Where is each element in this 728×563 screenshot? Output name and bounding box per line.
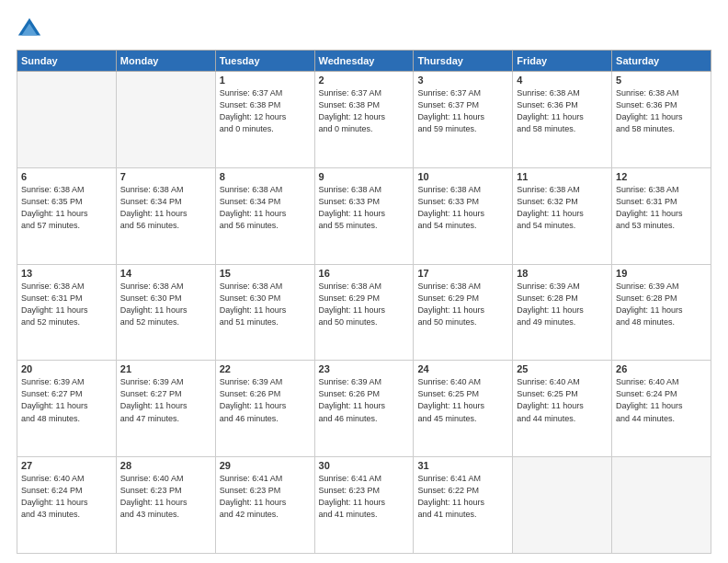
logo bbox=[17, 17, 46, 42]
calendar-cell: 17Sunrise: 6:38 AM Sunset: 6:29 PM Dayli… bbox=[414, 264, 513, 361]
calendar-cell: 29Sunrise: 6:41 AM Sunset: 6:23 PM Dayli… bbox=[215, 457, 314, 554]
calendar-cell bbox=[17, 72, 117, 168]
day-info: Sunrise: 6:38 AM Sunset: 6:31 PM Dayligh… bbox=[616, 184, 707, 232]
day-number: 11 bbox=[517, 171, 608, 182]
day-info: Sunrise: 6:37 AM Sunset: 6:37 PM Dayligh… bbox=[417, 87, 508, 135]
calendar-cell: 9Sunrise: 6:38 AM Sunset: 6:33 PM Daylig… bbox=[314, 167, 414, 264]
day-number: 31 bbox=[417, 460, 508, 471]
week-row-3: 13Sunrise: 6:38 AM Sunset: 6:31 PM Dayli… bbox=[17, 264, 711, 361]
day-info: Sunrise: 6:38 AM Sunset: 6:30 PM Dayligh… bbox=[120, 281, 211, 328]
day-number: 6 bbox=[21, 171, 112, 182]
day-info: Sunrise: 6:40 AM Sunset: 6:24 PM Dayligh… bbox=[616, 376, 707, 424]
day-number: 19 bbox=[616, 268, 707, 279]
day-number: 15 bbox=[220, 268, 311, 279]
day-info: Sunrise: 6:40 AM Sunset: 6:25 PM Dayligh… bbox=[517, 376, 608, 424]
day-number: 25 bbox=[517, 363, 608, 374]
calendar-cell: 24Sunrise: 6:40 AM Sunset: 6:25 PM Dayli… bbox=[414, 361, 513, 457]
calendar-cell: 14Sunrise: 6:38 AM Sunset: 6:30 PM Dayli… bbox=[116, 264, 215, 361]
calendar-cell: 16Sunrise: 6:38 AM Sunset: 6:29 PM Dayli… bbox=[314, 264, 414, 361]
day-info: Sunrise: 6:40 AM Sunset: 6:25 PM Dayligh… bbox=[417, 376, 508, 424]
day-number: 14 bbox=[120, 268, 211, 279]
day-number: 7 bbox=[120, 171, 211, 182]
weekday-sunday: Sunday bbox=[17, 51, 117, 72]
day-info: Sunrise: 6:38 AM Sunset: 6:29 PM Dayligh… bbox=[319, 281, 410, 328]
page: SundayMondayTuesdayWednesdayThursdayFrid… bbox=[0, 0, 728, 563]
calendar-cell: 6Sunrise: 6:38 AM Sunset: 6:35 PM Daylig… bbox=[17, 167, 117, 264]
week-row-5: 27Sunrise: 6:40 AM Sunset: 6:24 PM Dayli… bbox=[17, 457, 711, 554]
calendar-cell: 18Sunrise: 6:39 AM Sunset: 6:28 PM Dayli… bbox=[513, 264, 612, 361]
calendar-cell: 12Sunrise: 6:38 AM Sunset: 6:31 PM Dayli… bbox=[612, 167, 711, 264]
day-number: 4 bbox=[517, 75, 608, 86]
day-number: 22 bbox=[220, 363, 311, 374]
day-number: 13 bbox=[21, 268, 112, 279]
calendar-cell: 1Sunrise: 6:37 AM Sunset: 6:38 PM Daylig… bbox=[215, 72, 314, 168]
day-number: 29 bbox=[220, 460, 311, 471]
day-info: Sunrise: 6:39 AM Sunset: 6:28 PM Dayligh… bbox=[517, 281, 608, 328]
day-info: Sunrise: 6:39 AM Sunset: 6:26 PM Dayligh… bbox=[220, 376, 311, 424]
logo-icon bbox=[17, 17, 42, 42]
day-number: 10 bbox=[417, 171, 508, 182]
calendar-cell: 2Sunrise: 6:37 AM Sunset: 6:38 PM Daylig… bbox=[314, 72, 414, 168]
day-number: 27 bbox=[21, 460, 112, 471]
day-info: Sunrise: 6:38 AM Sunset: 6:34 PM Dayligh… bbox=[120, 184, 211, 232]
day-info: Sunrise: 6:38 AM Sunset: 6:29 PM Dayligh… bbox=[417, 281, 508, 328]
day-number: 23 bbox=[319, 363, 410, 374]
calendar-cell: 27Sunrise: 6:40 AM Sunset: 6:24 PM Dayli… bbox=[17, 457, 117, 554]
week-row-1: 1Sunrise: 6:37 AM Sunset: 6:38 PM Daylig… bbox=[17, 72, 711, 168]
day-info: Sunrise: 6:38 AM Sunset: 6:32 PM Dayligh… bbox=[517, 184, 608, 232]
day-number: 30 bbox=[319, 460, 410, 471]
calendar-cell bbox=[116, 72, 215, 168]
day-number: 24 bbox=[417, 363, 508, 374]
day-info: Sunrise: 6:40 AM Sunset: 6:23 PM Dayligh… bbox=[120, 473, 211, 521]
day-number: 21 bbox=[120, 363, 211, 374]
day-number: 16 bbox=[319, 268, 410, 279]
weekday-saturday: Saturday bbox=[612, 51, 711, 72]
day-number: 5 bbox=[616, 75, 707, 86]
calendar-cell: 25Sunrise: 6:40 AM Sunset: 6:25 PM Dayli… bbox=[513, 361, 612, 457]
calendar-cell: 26Sunrise: 6:40 AM Sunset: 6:24 PM Dayli… bbox=[612, 361, 711, 457]
day-number: 3 bbox=[417, 75, 508, 86]
calendar-cell: 13Sunrise: 6:38 AM Sunset: 6:31 PM Dayli… bbox=[17, 264, 117, 361]
calendar-cell: 8Sunrise: 6:38 AM Sunset: 6:34 PM Daylig… bbox=[215, 167, 314, 264]
calendar-cell bbox=[612, 457, 711, 554]
weekday-friday: Friday bbox=[513, 51, 612, 72]
day-info: Sunrise: 6:38 AM Sunset: 6:30 PM Dayligh… bbox=[220, 281, 311, 328]
day-info: Sunrise: 6:39 AM Sunset: 6:27 PM Dayligh… bbox=[120, 376, 211, 424]
calendar-cell: 28Sunrise: 6:40 AM Sunset: 6:23 PM Dayli… bbox=[116, 457, 215, 554]
weekday-tuesday: Tuesday bbox=[215, 51, 314, 72]
day-info: Sunrise: 6:38 AM Sunset: 6:36 PM Dayligh… bbox=[616, 87, 707, 135]
day-info: Sunrise: 6:41 AM Sunset: 6:23 PM Dayligh… bbox=[220, 473, 311, 521]
calendar-cell: 5Sunrise: 6:38 AM Sunset: 6:36 PM Daylig… bbox=[612, 72, 711, 168]
day-number: 28 bbox=[120, 460, 211, 471]
day-number: 2 bbox=[319, 75, 410, 86]
day-number: 12 bbox=[616, 171, 707, 182]
weekday-wednesday: Wednesday bbox=[314, 51, 414, 72]
calendar-cell: 3Sunrise: 6:37 AM Sunset: 6:37 PM Daylig… bbox=[414, 72, 513, 168]
calendar-cell: 4Sunrise: 6:38 AM Sunset: 6:36 PM Daylig… bbox=[513, 72, 612, 168]
day-number: 8 bbox=[220, 171, 311, 182]
calendar-table: SundayMondayTuesdayWednesdayThursdayFrid… bbox=[17, 50, 711, 554]
calendar-cell bbox=[513, 457, 612, 554]
calendar-cell: 15Sunrise: 6:38 AM Sunset: 6:30 PM Dayli… bbox=[215, 264, 314, 361]
day-number: 17 bbox=[417, 268, 508, 279]
day-info: Sunrise: 6:41 AM Sunset: 6:22 PM Dayligh… bbox=[417, 473, 508, 521]
calendar-cell: 23Sunrise: 6:39 AM Sunset: 6:26 PM Dayli… bbox=[314, 361, 414, 457]
day-number: 26 bbox=[616, 363, 707, 374]
day-info: Sunrise: 6:38 AM Sunset: 6:34 PM Dayligh… bbox=[220, 184, 311, 232]
day-number: 1 bbox=[220, 75, 311, 86]
day-info: Sunrise: 6:38 AM Sunset: 6:31 PM Dayligh… bbox=[21, 281, 112, 328]
calendar-cell: 19Sunrise: 6:39 AM Sunset: 6:28 PM Dayli… bbox=[612, 264, 711, 361]
weekday-thursday: Thursday bbox=[414, 51, 513, 72]
day-number: 20 bbox=[21, 363, 112, 374]
header bbox=[17, 17, 711, 42]
calendar-cell: 31Sunrise: 6:41 AM Sunset: 6:22 PM Dayli… bbox=[414, 457, 513, 554]
calendar-cell: 20Sunrise: 6:39 AM Sunset: 6:27 PM Dayli… bbox=[17, 361, 117, 457]
day-info: Sunrise: 6:37 AM Sunset: 6:38 PM Dayligh… bbox=[220, 87, 311, 135]
week-row-2: 6Sunrise: 6:38 AM Sunset: 6:35 PM Daylig… bbox=[17, 167, 711, 264]
calendar-cell: 22Sunrise: 6:39 AM Sunset: 6:26 PM Dayli… bbox=[215, 361, 314, 457]
day-info: Sunrise: 6:39 AM Sunset: 6:26 PM Dayligh… bbox=[319, 376, 410, 424]
day-info: Sunrise: 6:38 AM Sunset: 6:33 PM Dayligh… bbox=[319, 184, 410, 232]
day-info: Sunrise: 6:38 AM Sunset: 6:35 PM Dayligh… bbox=[21, 184, 112, 232]
calendar-cell: 10Sunrise: 6:38 AM Sunset: 6:33 PM Dayli… bbox=[414, 167, 513, 264]
calendar-cell: 21Sunrise: 6:39 AM Sunset: 6:27 PM Dayli… bbox=[116, 361, 215, 457]
